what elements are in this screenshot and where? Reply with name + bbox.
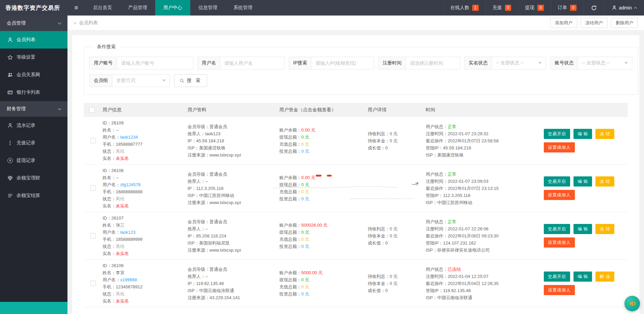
trade-open-button[interactable]: 交易开启 bbox=[544, 176, 570, 187]
sidebar-item-yuebao-settle[interactable]: 余额宝结算 bbox=[0, 187, 67, 204]
chevron-down-icon bbox=[58, 107, 61, 110]
stat-recharge[interactable]: 充值 0 bbox=[485, 0, 518, 16]
nav-item-products[interactable]: 产品管理 bbox=[120, 0, 155, 16]
field-value: 0 元 bbox=[301, 149, 309, 154]
field-label: 待收利息： bbox=[368, 226, 390, 231]
realname-status-select[interactable]: -- 全部状态 -- bbox=[492, 57, 546, 69]
set-fake-user-button[interactable]: 设置成假人 bbox=[544, 237, 575, 248]
field-label: 姓名： bbox=[103, 175, 116, 180]
select-all-checkbox[interactable] bbox=[89, 107, 94, 113]
sidebar-item-label: 等级设置 bbox=[17, 54, 35, 60]
customer-service-button[interactable] bbox=[624, 296, 640, 311]
field-label: 最近操作： bbox=[426, 281, 448, 286]
field-label: 充值总额： bbox=[279, 142, 301, 147]
nav-item-home[interactable]: 后台首页 bbox=[85, 0, 120, 16]
field-label: 用户状态： bbox=[426, 267, 448, 272]
sidebar-item-yuebao-invest[interactable]: 余额宝理财 bbox=[0, 169, 67, 187]
row-checkbox[interactable] bbox=[90, 138, 96, 143]
member-group-select[interactable]: 全部方式 bbox=[112, 75, 170, 87]
username-link[interactable]: laok1234 bbox=[120, 135, 138, 140]
set-fake-user-button[interactable]: 设置成假人 bbox=[544, 285, 575, 295]
sidebar-item-withdraw-records[interactable]: ¥ 提现记录 bbox=[0, 152, 67, 169]
stat-online[interactable]: 在线人数 1 bbox=[443, 0, 485, 16]
field-label: 会员等级： bbox=[188, 267, 209, 272]
unfreeze-button[interactable]: 解 冻 bbox=[595, 272, 614, 282]
field-value: www.txlxcsp.xyz bbox=[209, 248, 241, 253]
register-time-input[interactable] bbox=[406, 57, 460, 69]
field-label: 会员等级： bbox=[188, 172, 209, 177]
username-input[interactable] bbox=[220, 57, 284, 69]
field-label: 成长值： bbox=[368, 240, 385, 246]
field-label: 最近操作： bbox=[426, 138, 448, 143]
refresh-button[interactable] bbox=[583, 0, 604, 16]
field-label: 注册来源： bbox=[188, 248, 209, 253]
status-badge: 0 bbox=[537, 5, 544, 11]
field-label: 推荐人： bbox=[188, 179, 205, 184]
admin-menu[interactable]: admin bbox=[604, 0, 644, 16]
trade-open-button[interactable]: 交易开启 bbox=[544, 272, 570, 282]
stat-label: 充值 bbox=[493, 5, 502, 11]
breadcrumb-bar: » 会员列表 添加用户 冻结用户 删除用户 bbox=[67, 16, 644, 30]
column-header: 用户详情 bbox=[365, 107, 423, 113]
user-info-cell: ID：26106姓名：李宜用户名：x199668手机：12345678912状态… bbox=[100, 262, 185, 305]
sidebar-item-member-list[interactable]: 会员列表 bbox=[0, 31, 67, 49]
user-funds-cell: 账户余额：5000.00 元提现总额：0 元充值总额：0 元投资总额：0 元 bbox=[277, 269, 365, 297]
menu-toggle[interactable]: ≡ bbox=[67, 0, 85, 16]
stat-orders[interactable]: 订单 0 bbox=[551, 0, 583, 16]
sidebar-group-member[interactable]: 会员管理 bbox=[0, 16, 67, 31]
admin-label: admin bbox=[619, 5, 632, 10]
field-label: 注册时间： bbox=[426, 226, 448, 231]
search-button[interactable]: 搜 索 bbox=[174, 74, 207, 87]
sidebar-item-bank-cards[interactable]: 银行卡列表 bbox=[0, 84, 67, 101]
field-value: -- bbox=[205, 179, 208, 184]
field-label: ISP： bbox=[426, 248, 437, 253]
freeze-button[interactable]: 冻 结 bbox=[595, 129, 614, 139]
freeze-users-button[interactable]: 冻结用户 bbox=[581, 18, 608, 28]
row-actions-cell: 交易开启编 辑冻 结设置成假人 bbox=[538, 176, 628, 200]
stat-withdraw[interactable]: 提现 0 bbox=[518, 0, 551, 16]
field-label: 提现总额： bbox=[279, 135, 301, 140]
row-checkbox[interactable] bbox=[90, 281, 96, 286]
username-link[interactable]: laok123 bbox=[120, 230, 136, 235]
ip-search-input[interactable] bbox=[311, 57, 374, 69]
edit-button[interactable]: 编 辑 bbox=[573, 272, 592, 282]
sidebar-item-member-network[interactable]: 会员关系网 bbox=[0, 66, 67, 84]
row-actions-cell: 交易开启编 辑解 冻设置成假人 bbox=[538, 272, 628, 295]
field-value: 0 元 bbox=[301, 230, 309, 235]
field-label: 注册来源： bbox=[188, 152, 209, 158]
sidebar-item-level-settings[interactable]: 等级设置 bbox=[0, 49, 67, 66]
delete-users-button[interactable]: 删除用户 bbox=[611, 18, 638, 28]
username-link[interactable]: x199668 bbox=[120, 277, 137, 282]
set-fake-user-button[interactable]: 设置成假人 bbox=[544, 190, 575, 200]
username-field-group: 用户名 bbox=[197, 57, 285, 69]
username-link[interactable]: zfg124578 bbox=[120, 182, 141, 187]
field-value: 0 元 bbox=[301, 284, 309, 289]
nav-item-system[interactable]: 系统管理 bbox=[225, 0, 260, 16]
sidebar-item-flow-records[interactable]: 流水记录 bbox=[0, 117, 67, 134]
field-label: 待收本金： bbox=[368, 233, 390, 238]
nav-item-info[interactable]: 信息管理 bbox=[190, 0, 225, 16]
set-fake-user-button[interactable]: 设置成假人 bbox=[544, 142, 575, 152]
row-checkbox[interactable] bbox=[90, 233, 96, 238]
row-checkbox[interactable] bbox=[90, 185, 96, 191]
edit-button[interactable]: 编 辑 bbox=[573, 129, 592, 139]
account-status-select[interactable]: -- 全部状态 -- bbox=[578, 57, 632, 69]
account-input[interactable] bbox=[117, 57, 193, 69]
trade-open-button[interactable]: 交易开启 bbox=[544, 224, 570, 234]
add-user-button[interactable]: 添加用户 bbox=[550, 18, 577, 28]
select-value: -- 全部状态 -- bbox=[496, 60, 524, 66]
field-value: 0 元 bbox=[301, 182, 309, 187]
field-label: 提现总额： bbox=[279, 230, 301, 235]
freeze-button[interactable]: 冻 结 bbox=[595, 224, 614, 234]
sidebar-item-recharge-records[interactable]: 充值记录 bbox=[0, 134, 67, 152]
edit-button[interactable]: 编 辑 bbox=[573, 224, 592, 234]
freeze-button[interactable]: 冻 结 bbox=[595, 176, 614, 187]
table-row: ID：26106姓名：李宜用户名：x199668手机：12345678912状态… bbox=[84, 260, 628, 307]
sidebar-group-finance[interactable]: 财务管理 bbox=[0, 101, 67, 117]
top-navbar: 香港数字资产交易所 ≡ 后台首页 产品管理 用户中心 信息管理 系统管理 在线人… bbox=[0, 0, 644, 16]
edit-button[interactable]: 编 辑 bbox=[573, 176, 592, 187]
field-label: 注册时间： bbox=[426, 179, 448, 184]
nav-item-user-center[interactable]: 用户中心 bbox=[155, 0, 190, 16]
field-label: IP： bbox=[188, 138, 196, 143]
trade-open-button[interactable]: 交易开启 bbox=[544, 129, 570, 139]
